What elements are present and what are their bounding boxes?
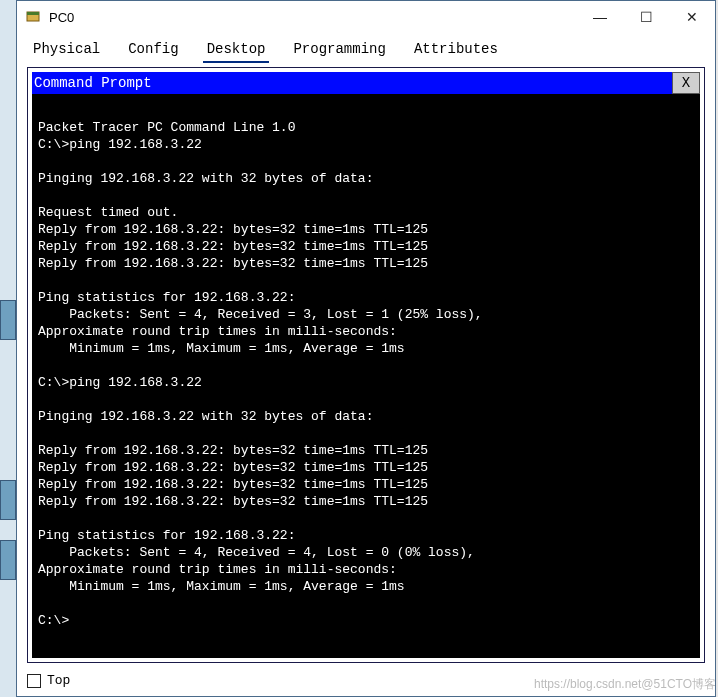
command-prompt-close-button[interactable]: X bbox=[672, 72, 700, 94]
command-prompt-title: Command Prompt bbox=[34, 75, 672, 91]
tab-physical[interactable]: Physical bbox=[29, 39, 104, 63]
tab-bar: Physical Config Desktop Programming Attr… bbox=[17, 33, 715, 63]
close-button[interactable]: ✕ bbox=[669, 1, 715, 33]
tab-desktop[interactable]: Desktop bbox=[203, 39, 270, 63]
tab-programming[interactable]: Programming bbox=[289, 39, 389, 63]
svg-rect-1 bbox=[27, 12, 39, 15]
top-label: Top bbox=[47, 673, 70, 688]
minimize-button[interactable]: — bbox=[577, 1, 623, 33]
top-checkbox[interactable] bbox=[27, 674, 41, 688]
app-icon bbox=[25, 9, 41, 25]
footer: Top bbox=[17, 667, 715, 696]
pc0-window: PC0 — ☐ ✕ Physical Config Desktop Progra… bbox=[16, 0, 716, 697]
window-title: PC0 bbox=[49, 10, 577, 25]
command-prompt-header[interactable]: Command Prompt X bbox=[32, 72, 700, 94]
maximize-button[interactable]: ☐ bbox=[623, 1, 669, 33]
desktop-strip bbox=[0, 0, 16, 697]
window-controls: — ☐ ✕ bbox=[577, 1, 715, 33]
desktop-panel: Command Prompt X Packet Tracer PC Comman… bbox=[27, 67, 705, 663]
tab-attributes[interactable]: Attributes bbox=[410, 39, 502, 63]
tab-config[interactable]: Config bbox=[124, 39, 182, 63]
terminal-output[interactable]: Packet Tracer PC Command Line 1.0 C:\>pi… bbox=[32, 94, 700, 658]
desktop-icon bbox=[0, 300, 16, 340]
desktop-icon bbox=[0, 480, 16, 520]
desktop-icon bbox=[0, 540, 16, 580]
titlebar[interactable]: PC0 — ☐ ✕ bbox=[17, 1, 715, 33]
